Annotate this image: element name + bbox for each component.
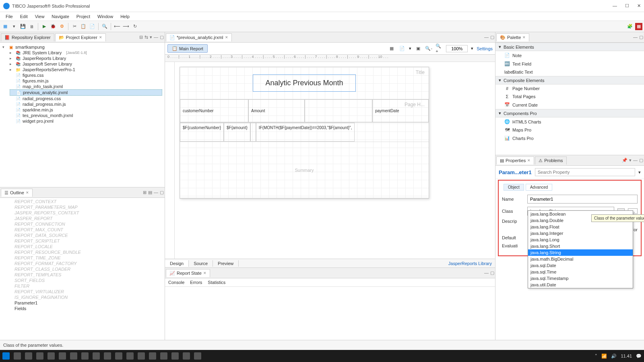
tree-jre[interactable]: JRE System Library	[23, 50, 62, 55]
tree-file-selected[interactable]: previous_analytic.jrxml	[23, 90, 68, 95]
minimize-icon[interactable]: —	[484, 270, 489, 276]
copy-button[interactable]: 📋	[80, 23, 87, 30]
dataset-icon[interactable]: ▣	[415, 45, 422, 52]
design-canvas-scroll[interactable]: Title Analytic Previous Month Page H... …	[175, 62, 495, 259]
maximize-icon[interactable]: ▢	[639, 158, 643, 163]
menu-view[interactable]: View	[32, 13, 48, 20]
perspective-jasper-icon[interactable]: 🧩	[626, 23, 634, 30]
class-option[interactable]: java.lang.Float	[528, 224, 633, 230]
paste-button[interactable]: 📄	[89, 23, 96, 30]
menu-help[interactable]: Help	[117, 13, 133, 20]
outline-item[interactable]: REPORT_CLASS_LOADER	[2, 266, 162, 272]
tab-project-explorer[interactable]: 📂 Project Explorer ✕	[55, 33, 106, 41]
outline-tree[interactable]: REPORT_CONTEXTREPORT_PARAMETERS_MAPJASPE…	[0, 198, 165, 340]
class-option[interactable]: java.sql.Timestamp	[528, 275, 633, 282]
collapse-all-icon[interactable]: ⊟	[139, 35, 143, 40]
palette-section-basic[interactable]: ▾Basic Elements	[495, 43, 644, 51]
class-option[interactable]: java.lang.Long	[528, 237, 633, 243]
outline-item[interactable]: FILTER	[2, 283, 162, 289]
outline-item[interactable]: SORT_FIELDS	[2, 278, 162, 283]
prop-tab-object[interactable]: Object	[504, 184, 524, 191]
taskbar-app-icon[interactable]	[81, 352, 89, 360]
outline-item[interactable]: REPORT_VIRTUALIZER	[2, 289, 162, 294]
header-cell-amount[interactable]: Amount	[248, 99, 305, 122]
close-icon[interactable]: ✕	[99, 35, 102, 39]
perspective-report-icon[interactable]: ▦	[635, 23, 642, 30]
debug-button[interactable]: 🐞	[50, 23, 57, 30]
tree-file[interactable]: figures.min.js	[23, 78, 49, 83]
tree-file[interactable]: radial_progress.css	[23, 96, 61, 101]
taskbar-app-icon[interactable]	[149, 352, 156, 360]
header-cell-customer[interactable]: customerNumber	[180, 99, 248, 122]
close-icon[interactable]: ✕	[203, 271, 206, 275]
tree-file[interactable]: sparkline.min.js	[23, 107, 53, 112]
refresh-button[interactable]: ↻	[131, 23, 138, 30]
outline-item[interactable]: REPORT_RESOURCE_BUNDLE	[2, 249, 162, 255]
palette-item[interactable]: 📄Note	[495, 51, 644, 60]
taskbar-app-icon[interactable]	[59, 352, 66, 360]
tree-server-pro[interactable]: JasperReportsServerPro-1	[23, 67, 75, 72]
maximize-icon[interactable]: ▢	[160, 35, 164, 40]
taskbar-app-icon[interactable]	[47, 352, 55, 360]
search-property-input[interactable]	[535, 168, 635, 176]
maximize-icon[interactable]: ▢	[160, 190, 164, 195]
tab-palette[interactable]: 🎨 Palette ✕	[496, 33, 529, 41]
tray-volume-icon[interactable]: 🔊	[611, 354, 617, 359]
grid-icon[interactable]: ▦	[388, 45, 395, 52]
tab-report-state[interactable]: 📈 Report State ✕	[166, 269, 210, 277]
maximize-icon[interactable]: ▢	[490, 270, 494, 276]
outline-item[interactable]: REPORT_TIME_ZONE	[2, 255, 162, 261]
main-report-button[interactable]: 📋 Main Report	[167, 44, 208, 53]
maximize-button[interactable]: ☐	[625, 3, 629, 8]
tab-repository-explorer[interactable]: 📕 Repository Explorer	[1, 33, 54, 41]
search-button[interactable]: 🔍	[101, 23, 108, 30]
taskbar-app-icon[interactable]	[126, 352, 134, 360]
tab-properties[interactable]: ▤ Properties ✕	[496, 156, 534, 165]
minimize-icon[interactable]: —	[633, 35, 638, 40]
view-menu-icon[interactable]: ▾	[629, 158, 632, 163]
taskbar-app-icon[interactable]	[93, 352, 100, 360]
name-field[interactable]	[527, 195, 638, 204]
build-button[interactable]: ⚙	[58, 23, 66, 30]
taskbar-app-icon[interactable]	[25, 352, 32, 360]
menu-edit[interactable]: Edit	[17, 13, 31, 20]
tab-source[interactable]: Source	[189, 260, 213, 267]
outline-item[interactable]: JASPER_REPORT	[2, 216, 162, 221]
tray-notifications-icon[interactable]: 💬	[636, 354, 642, 359]
taskbar-app-icon[interactable]	[160, 352, 167, 360]
dropdown-icon[interactable]: ▾	[10, 23, 18, 30]
menu-file[interactable]: File	[2, 13, 16, 20]
tree-js-server[interactable]: Jaspersoft Server Library	[23, 62, 72, 66]
palette-item[interactable]: ΣTotal Pages	[495, 93, 644, 101]
maximize-icon[interactable]: ▢	[490, 35, 494, 40]
outline-item[interactable]: REPORT_DATA_SOURCE	[2, 232, 162, 238]
palette-item[interactable]: 📊Charts Pro	[495, 134, 644, 142]
start-button[interactable]	[2, 352, 10, 360]
editor-file-tab[interactable]: 📄 *previous_analytic.jrxml ✕	[166, 33, 232, 41]
cut-button[interactable]: ✂	[71, 23, 78, 30]
tree-file[interactable]: tes_previous_month.jrxml	[23, 113, 73, 118]
view-menu-icon[interactable]: ▾	[150, 35, 152, 40]
minimize-icon[interactable]: —	[633, 158, 638, 163]
outline-item-parameter1[interactable]: Parameter1	[2, 300, 162, 306]
prop-tab-advanced[interactable]: Advanced	[526, 184, 552, 191]
dropdown-icon[interactable]: ▾	[409, 46, 411, 51]
taskbar-app-icon[interactable]	[138, 352, 145, 360]
taskbar-app-icon[interactable]	[115, 352, 122, 360]
dropdown-icon[interactable]: ▾	[638, 170, 641, 175]
tree-file[interactable]: map_info_tasik.jrxml	[23, 84, 63, 89]
report-canvas[interactable]: Title Analytic Previous Month Page H... …	[180, 67, 429, 199]
save-button[interactable]: 💾	[19, 23, 27, 30]
menu-navigate[interactable]: Navigate	[48, 13, 72, 20]
project-tree[interactable]: ▾▣smartkampung ▸📚JRE System Library [Jav…	[0, 43, 165, 187]
taskbar-app-icon[interactable]	[171, 352, 179, 360]
class-option[interactable]: java.lang.Short	[528, 243, 633, 249]
page-setup-icon[interactable]: 📄	[398, 45, 406, 52]
palette-item[interactable]: 🗺Maps Pro	[495, 126, 644, 134]
tree-jr-lib[interactable]: JasperReports Library	[23, 56, 66, 61]
minimize-icon[interactable]: —	[154, 190, 158, 195]
zoom-in-icon[interactable]: 🔍+	[436, 45, 443, 52]
outline-item[interactable]: REPORT_SCRIPTLET	[2, 238, 162, 244]
close-icon[interactable]: ✕	[522, 35, 526, 39]
project-root[interactable]: smartkampung	[15, 45, 45, 49]
